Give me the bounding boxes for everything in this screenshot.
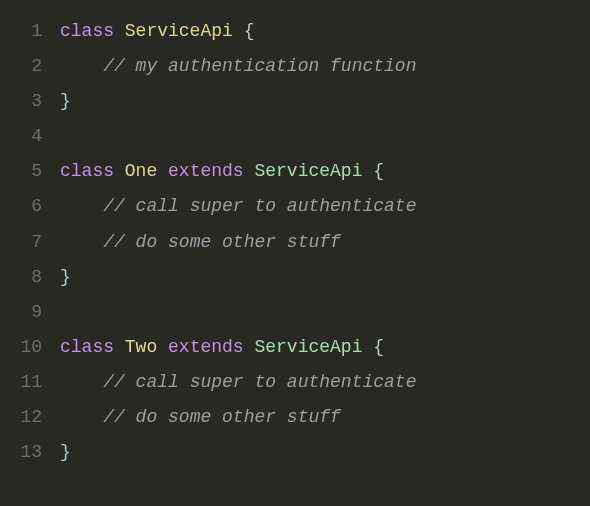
- line-number: 10: [0, 330, 42, 365]
- line-number: 2: [0, 49, 42, 84]
- code-line: // call super to authenticate: [60, 189, 590, 224]
- code-line: // do some other stuff: [60, 225, 590, 260]
- code-token: class: [60, 161, 125, 181]
- code-token: class: [60, 21, 125, 41]
- line-number: 1: [0, 14, 42, 49]
- code-token: // call super to authenticate: [103, 196, 416, 216]
- line-number: 13: [0, 435, 42, 470]
- code-token: }: [60, 442, 71, 462]
- code-token: {: [373, 337, 384, 357]
- code-editor: 12345678910111213 class ServiceApi { // …: [0, 14, 590, 470]
- line-number: 8: [0, 260, 42, 295]
- code-token: // do some other stuff: [103, 407, 341, 427]
- code-token: {: [244, 21, 255, 41]
- code-token: ServiceApi: [125, 21, 244, 41]
- code-token: ServiceApi: [254, 161, 373, 181]
- code-token: ServiceApi: [254, 337, 373, 357]
- code-token: {: [373, 161, 384, 181]
- code-token: [60, 407, 103, 427]
- line-number: 9: [0, 295, 42, 330]
- code-line: [60, 119, 590, 154]
- code-line: }: [60, 84, 590, 119]
- code-token: }: [60, 91, 71, 111]
- code-token: // my authentication function: [103, 56, 416, 76]
- code-token: [60, 56, 103, 76]
- code-token: }: [60, 267, 71, 287]
- line-number: 3: [0, 84, 42, 119]
- code-line: // call super to authenticate: [60, 365, 590, 400]
- line-number: 5: [0, 154, 42, 189]
- code-line: }: [60, 435, 590, 470]
- line-number-gutter: 12345678910111213: [0, 14, 60, 470]
- code-line: class ServiceApi {: [60, 14, 590, 49]
- code-token: // call super to authenticate: [103, 372, 416, 392]
- code-token: class: [60, 337, 125, 357]
- line-number: 6: [0, 189, 42, 224]
- line-number: 4: [0, 119, 42, 154]
- code-token: [60, 232, 103, 252]
- code-token: [60, 372, 103, 392]
- code-line: }: [60, 260, 590, 295]
- code-token: Two: [125, 337, 168, 357]
- code-token: [60, 196, 103, 216]
- code-token: extends: [168, 337, 254, 357]
- code-line: [60, 295, 590, 330]
- code-line: // do some other stuff: [60, 400, 590, 435]
- line-number: 7: [0, 225, 42, 260]
- code-token: extends: [168, 161, 254, 181]
- code-token: // do some other stuff: [103, 232, 341, 252]
- code-line: class One extends ServiceApi {: [60, 154, 590, 189]
- code-token: One: [125, 161, 168, 181]
- code-line: class Two extends ServiceApi {: [60, 330, 590, 365]
- line-number: 11: [0, 365, 42, 400]
- code-line: // my authentication function: [60, 49, 590, 84]
- code-content: class ServiceApi { // my authentication …: [60, 14, 590, 470]
- line-number: 12: [0, 400, 42, 435]
